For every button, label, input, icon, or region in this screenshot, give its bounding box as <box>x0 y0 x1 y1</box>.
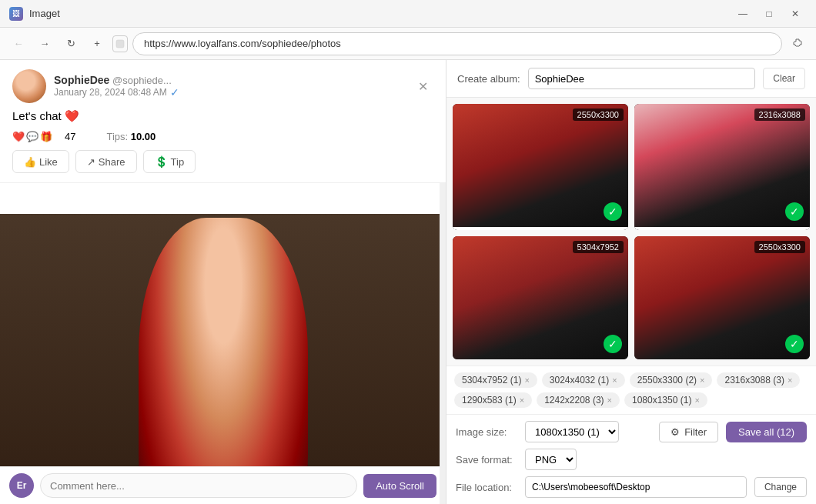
comment-bar: Er Auto Scroll <box>0 466 446 504</box>
auto-scroll-button[interactable]: Auto Scroll <box>363 474 436 498</box>
dimensions-badge-4: 2550x3300 <box>754 241 805 253</box>
user-handle: @sophiede... <box>112 75 172 86</box>
chip-5[interactable]: 1242x2208 (3) × <box>537 392 620 408</box>
chip-label-2: 2550x3300 (2) <box>637 375 697 386</box>
chip-remove-6[interactable]: × <box>694 396 699 405</box>
dimensions-badge-3: 5304x7952 <box>573 241 624 253</box>
chip-label-4: 1290x583 (1) <box>462 395 517 406</box>
back-button[interactable]: ← <box>8 33 29 55</box>
browser-toolbar: ← → ↻ + <box>0 28 816 60</box>
post-header: SophieDee @sophiede... January 28, 2024 … <box>12 69 433 103</box>
clear-button[interactable]: Clear <box>763 68 805 89</box>
post-date: January 28, 2024 08:48 AM ✓ <box>54 86 404 98</box>
save-all-button[interactable]: Save all (12) <box>726 422 807 442</box>
dimensions-badge-1: 2550x3300 <box>573 108 624 121</box>
app-title: Imaget <box>29 8 731 19</box>
file-location-input[interactable] <box>525 476 747 498</box>
tips-amount: 10.00 <box>131 131 156 142</box>
extensions-button[interactable] <box>787 33 808 55</box>
tips-label: Tips: <box>106 131 128 142</box>
chip-2[interactable]: 2550x3300 (2) × <box>630 372 713 388</box>
chip-remove-0[interactable]: × <box>524 375 529 385</box>
titlebar: 🖼 Imaget — □ ✕ <box>0 0 816 28</box>
app-icon: 🖼 <box>9 7 23 21</box>
chip-remove-2[interactable]: × <box>700 375 704 385</box>
filter-icon: ⚙ <box>671 426 680 438</box>
chip-label-3: 2316x3088 (3) <box>724 375 784 386</box>
save-format-row: Save format: PNG <box>456 449 807 470</box>
close-button[interactable]: ✕ <box>784 3 807 25</box>
post-image: www.loyalfans.com/sophiedee <box>0 214 446 504</box>
check-badge-3: ✓ <box>604 335 622 353</box>
chip-3[interactable]: 2316x3088 (3) × <box>717 372 800 388</box>
chip-remove-5[interactable]: × <box>607 396 612 405</box>
like-icon: 👍 <box>24 156 36 168</box>
close-post-button[interactable]: ✕ <box>412 75 433 97</box>
post-message: Let's chat ❤️ <box>12 109 433 123</box>
window-controls: — □ ✕ <box>731 3 807 25</box>
bottom-controls: Image size: 1080x1350 (1) ⚙ Filter Save … <box>446 414 816 504</box>
save-format-select[interactable]: PNG <box>525 449 577 470</box>
url-bar[interactable] <box>132 32 782 55</box>
image-card-3[interactable]: 5304x7952 ✓ <box>453 236 628 359</box>
minimize-button[interactable]: — <box>731 3 754 25</box>
like-button[interactable]: 👍 Like <box>12 150 69 173</box>
filter-button[interactable]: ⚙ Filter <box>659 422 718 442</box>
image-grid: 2550x3300 ✓ 0_33032400_1706302838_202401… <box>446 98 816 365</box>
post-stats: ❤️💬🎁 47 Tips: 10.00 <box>12 131 433 142</box>
commenter-avatar: Er <box>9 473 34 498</box>
person-image <box>139 218 308 504</box>
chip-remove-1[interactable]: × <box>612 375 617 385</box>
user-info: SophieDee @sophiede... January 28, 2024 … <box>54 74 404 98</box>
chip-4[interactable]: 1290x583 (1) × <box>454 392 532 408</box>
share-icon: ↗ <box>87 156 95 168</box>
tip-button[interactable]: 💲 Tip <box>143 150 196 173</box>
change-button[interactable]: Change <box>754 477 807 497</box>
image-thumb-1: 2550x3300 ✓ <box>453 104 628 227</box>
right-panel: Create album: Clear 2550x3300 ✓ 0_330324… <box>446 60 816 504</box>
save-format-label: Save format: <box>456 454 517 466</box>
share-button[interactable]: ↗ Share <box>75 150 137 173</box>
image-thumb-4: 2550x3300 ✓ <box>634 236 810 359</box>
chip-label-0: 5304x7952 (1) <box>462 375 521 386</box>
chip-6[interactable]: 1080x1350 (1) × <box>624 392 707 408</box>
reaction-emojis: ❤️💬🎁 <box>12 131 52 142</box>
maximize-button[interactable]: □ <box>757 3 781 25</box>
main-layout: SophieDee @sophiede... January 28, 2024 … <box>0 60 816 504</box>
album-label: Create album: <box>457 73 520 85</box>
chip-1[interactable]: 3024x4032 (1) × <box>542 372 625 388</box>
filter-chips: 5304x7952 (1) × 3024x4032 (1) × 2550x330… <box>446 365 816 414</box>
right-top-bar: Create album: Clear <box>446 60 816 98</box>
refresh-button[interactable]: ↻ <box>60 33 82 55</box>
forward-button[interactable]: → <box>34 33 55 55</box>
comment-input[interactable] <box>40 473 357 498</box>
image-card-1[interactable]: 2550x3300 ✓ 0_33032400_1706302838_202401… <box>453 104 628 230</box>
image-footer-2: 0_23663500_1717459155_2024060: ✏ Show in… <box>634 227 810 230</box>
image-size-select[interactable]: 1080x1350 (1) <box>525 421 619 442</box>
post-actions: 👍 Like ↗ Share 💲 Tip <box>12 150 433 173</box>
chip-remove-4[interactable]: × <box>520 396 524 405</box>
chip-remove-3[interactable]: × <box>788 375 792 385</box>
image-thumb-3: 5304x7952 ✓ <box>453 236 628 359</box>
tip-icon: 💲 <box>155 155 168 168</box>
username-row: SophieDee @sophiede... <box>54 74 404 86</box>
left-panel: SophieDee @sophiede... January 28, 2024 … <box>0 60 446 504</box>
avatar <box>12 69 46 103</box>
svg-rect-0 <box>116 40 124 48</box>
dimensions-badge-2: 2316x3088 <box>754 108 805 121</box>
image-card-2[interactable]: 2316x3088 ✓ 0_23663500_1717459155_202406… <box>634 104 810 230</box>
image-footer-1: 0_33032400_1706302838_20240126 ✏ Show in… <box>453 227 628 230</box>
chip-label-1: 3024x4032 (1) <box>550 375 609 386</box>
image-card-4[interactable]: 2550x3300 ✓ <box>634 236 810 359</box>
file-location-label: File location: <box>456 482 517 493</box>
album-input[interactable] <box>528 68 756 89</box>
new-tab-button[interactable]: + <box>86 33 108 55</box>
chip-label-5: 1242x2208 (3) <box>544 395 604 406</box>
chip-0[interactable]: 5304x7952 (1) × <box>454 372 537 388</box>
image-thumb-2: 2316x3088 ✓ <box>634 104 810 227</box>
chip-label-6: 1080x1350 (1) <box>632 395 691 406</box>
image-size-row: Image size: 1080x1350 (1) ⚙ Filter Save … <box>456 421 807 442</box>
likes-count: 47 <box>65 131 75 142</box>
username: SophieDee <box>54 74 109 86</box>
file-location-row: File location: Change <box>456 476 807 498</box>
